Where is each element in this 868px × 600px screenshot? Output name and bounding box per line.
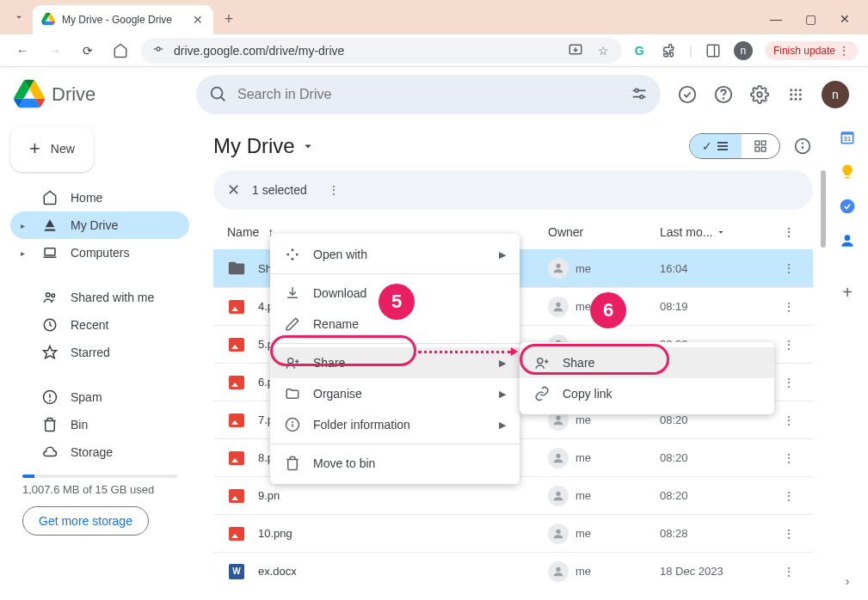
submenu-copy-link[interactable]: Copy link <box>520 378 774 409</box>
menu-folder-info[interactable]: Folder information▶ <box>270 409 520 440</box>
row-more-button[interactable]: ⋮ <box>772 489 806 503</box>
modified-date: 08:28 <box>660 527 772 540</box>
row-more-button[interactable]: ⋮ <box>772 565 806 579</box>
context-menu-main: Open with▶ Download Rename Share▶ Organi… <box>270 234 520 484</box>
sidebar-item-recent[interactable]: Recent <box>10 311 189 339</box>
bookmark-icon[interactable]: ☆ <box>594 42 612 59</box>
site-info-icon[interactable] <box>151 42 165 58</box>
home-button[interactable] <box>108 39 132 63</box>
row-more-button[interactable]: ⋮ <box>772 413 806 427</box>
apps-icon[interactable] <box>785 84 806 105</box>
storage-text: 1,007.6 MB of 15 GB used <box>10 483 189 496</box>
svg-point-58 <box>288 358 293 364</box>
list-view-button[interactable]: ✓ <box>690 134 742 158</box>
menu-organise[interactable]: Organise▶ <box>270 378 520 409</box>
file-row[interactable]: 10.pngme08:28⋮ <box>213 514 813 552</box>
scrollbar[interactable] <box>820 170 827 591</box>
sidebar-item-computers[interactable]: ▸Computers <box>10 239 189 266</box>
sidebar-item-storage[interactable]: Storage <box>10 438 189 466</box>
menu-move-to-bin[interactable]: Move to bin <box>270 448 520 479</box>
svg-point-71 <box>845 235 851 241</box>
search-bar[interactable] <box>196 75 661 114</box>
row-more-button[interactable]: ⋮ <box>772 338 806 352</box>
owner-name: me <box>576 527 591 540</box>
extensions-icon[interactable] <box>660 42 677 59</box>
search-options-icon[interactable] <box>630 84 649 106</box>
url-text: drive.google.com/drive/my-drive <box>174 44 344 58</box>
hide-panel-icon[interactable]: › <box>839 572 856 590</box>
account-avatar[interactable]: n <box>822 81 849 108</box>
clear-selection-button[interactable]: ✕ <box>227 181 240 199</box>
drive-logo[interactable]: Drive <box>14 78 189 112</box>
star-icon <box>41 345 58 360</box>
svg-point-52 <box>556 529 560 533</box>
row-more-button[interactable]: ⋮ <box>772 300 806 314</box>
tasks-app-icon[interactable] <box>839 198 856 215</box>
submenu-share[interactable]: Share <box>520 347 774 378</box>
sidebar-item-bin[interactable]: Bin <box>10 411 189 438</box>
svg-point-64 <box>538 358 543 364</box>
tabs-dropdown[interactable] <box>9 7 29 28</box>
organise-icon <box>284 386 301 401</box>
sidebar-item-home[interactable]: Home <box>10 184 189 211</box>
docx-icon: W <box>227 564 246 579</box>
keep-app-icon[interactable] <box>839 163 856 181</box>
get-storage-button[interactable]: Get more storage <box>22 506 149 536</box>
trash-icon <box>41 417 58 432</box>
info-button[interactable] <box>792 136 813 156</box>
selection-more-button[interactable]: ⋮ <box>328 183 340 197</box>
close-button[interactable]: ✕ <box>837 12 853 26</box>
modified-date: 08:20 <box>660 489 772 502</box>
maximize-button[interactable]: ▢ <box>803 12 818 26</box>
svg-point-17 <box>790 89 792 91</box>
share-icon <box>284 355 301 370</box>
row-more-button[interactable]: ⋮ <box>772 261 806 275</box>
name-column-header[interactable]: Name <box>227 225 259 239</box>
modified-date: 08:20 <box>660 451 772 464</box>
contacts-app-icon[interactable] <box>839 232 856 249</box>
row-more-button[interactable]: ⋮ <box>772 376 806 389</box>
row-more-button[interactable]: ⋮ <box>772 451 806 465</box>
row-more-button[interactable]: ⋮ <box>772 527 806 541</box>
sidebar-item-spam[interactable]: Spam <box>10 383 189 411</box>
ready-offline-icon[interactable] <box>677 84 698 105</box>
sidebar-item-my-drive[interactable]: ▸My Drive <box>10 211 189 239</box>
sidebar-item-starred[interactable]: Starred <box>10 339 189 366</box>
svg-text:31: 31 <box>844 135 851 143</box>
profile-avatar[interactable]: n <box>734 41 753 60</box>
finish-update-button[interactable]: Finish update ⋮ <box>765 41 858 60</box>
context-menu-share: Share Copy link <box>520 342 774 414</box>
header-more-button[interactable]: ⋮ <box>772 225 806 239</box>
info-icon <box>284 417 301 432</box>
add-apps-icon[interactable]: + <box>839 284 856 301</box>
install-icon[interactable] <box>567 42 584 59</box>
sidepanel-icon[interactable] <box>705 42 722 59</box>
url-input[interactable]: drive.google.com/drive/my-drive ☆ <box>141 38 622 64</box>
modified-column-header[interactable]: Last mo... <box>660 225 712 239</box>
tab-close-icon[interactable]: ✕ <box>191 13 205 27</box>
search-input[interactable] <box>237 87 619 102</box>
svg-point-0 <box>157 47 160 51</box>
support-icon[interactable] <box>713 84 734 105</box>
minimize-button[interactable]: — <box>768 12 784 26</box>
grammarly-icon[interactable]: G <box>631 42 648 59</box>
reload-button[interactable]: ⟳ <box>76 39 100 63</box>
svg-point-50 <box>556 453 560 457</box>
sidebar-item-shared-with-me[interactable]: Shared with me <box>10 284 189 311</box>
back-button[interactable]: ← <box>10 39 34 63</box>
owner-column-header[interactable]: Owner <box>548 225 660 239</box>
menu-open-with[interactable]: Open with▶ <box>270 239 520 270</box>
settings-icon[interactable] <box>749 84 770 105</box>
new-button[interactable]: + New <box>10 126 94 172</box>
new-tab-button[interactable]: + <box>217 7 241 31</box>
grid-view-button[interactable] <box>742 134 779 158</box>
calendar-app-icon[interactable]: 31 <box>839 129 856 146</box>
file-row[interactable]: Wex.docxme18 Dec 2023⋮ <box>213 552 813 590</box>
page-title[interactable]: My Drive <box>213 134 316 158</box>
svg-rect-26 <box>45 248 55 255</box>
svg-point-53 <box>556 566 560 571</box>
forward-button[interactable]: → <box>43 39 67 63</box>
svg-point-29 <box>52 294 55 297</box>
svg-point-15 <box>723 98 724 99</box>
browser-tab[interactable]: My Drive - Google Drive ✕ <box>33 5 213 34</box>
